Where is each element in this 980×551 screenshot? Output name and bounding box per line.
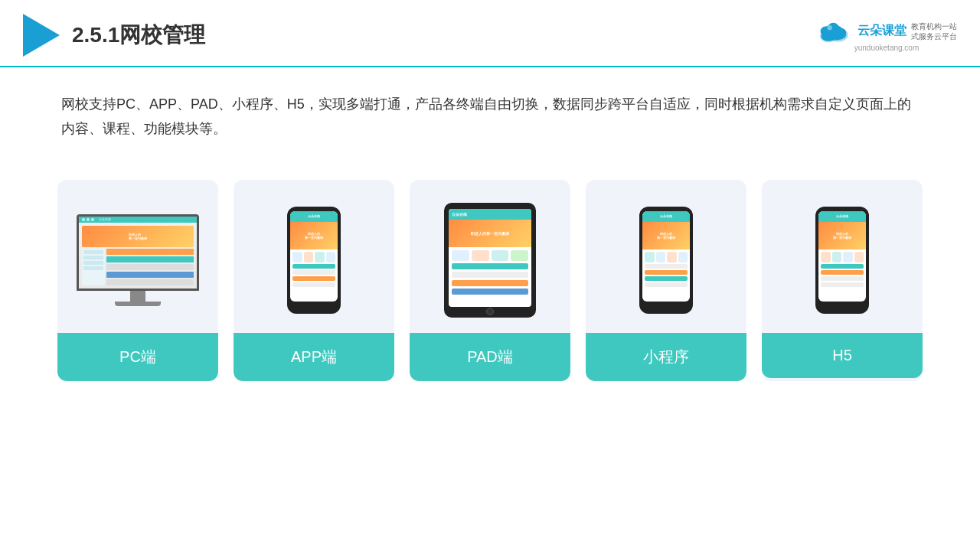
card-app-label: APP端 <box>234 333 394 381</box>
card-h5-image: 云朵在线 职进人的第一堂兴趣课 <box>762 180 923 333</box>
card-miniprogram-label: 小程序 <box>586 333 746 381</box>
card-app: 云朵在线 职进人的第一堂兴趣课 <box>234 180 394 381</box>
description: 网校支持PC、APP、PAD、小程序、H5，实现多端打通，产品各终端自由切换，数… <box>0 67 980 154</box>
page-title: 2.5.1网校管理 <box>72 21 205 50</box>
monitor-device: 云朵在线 职进人的第一堂兴趣课 <box>77 214 199 306</box>
card-pc: 云朵在线 职进人的第一堂兴趣课 <box>57 180 218 381</box>
card-h5: 云朵在线 职进人的第一堂兴趣课 <box>762 180 923 381</box>
description-text: 网校支持PC、APP、PAD、小程序、H5，实现多端打通，产品各终端自由切换，数… <box>61 92 919 142</box>
card-pad-label: PAD端 <box>410 333 570 381</box>
brand-area: 云朵课堂 教育机构一站 式服务云平台 yunduoketang.com <box>816 19 957 52</box>
brand-url: yunduoketang.com <box>854 44 920 52</box>
card-app-image: 云朵在线 职进人的第一堂兴趣课 <box>234 180 394 333</box>
logo-triangle-icon <box>23 14 60 57</box>
header: 2.5.1网校管理 云朵课堂 教育机构一站 式服务云平台 yu <box>0 0 980 67</box>
brand-slogan: 教育机构一站 式服务云平台 <box>911 21 957 41</box>
card-miniprogram-image: 云朵在线 职进人的第一堂兴趣课 <box>586 180 746 333</box>
cloud-icon <box>816 19 853 44</box>
brand-logo: 云朵课堂 教育机构一站 式服务云平台 <box>816 19 957 44</box>
phone-device-mini: 云朵在线 职进人的第一堂兴趣课 <box>639 207 693 314</box>
card-miniprogram: 云朵在线 职进人的第一堂兴趣课 <box>586 180 746 381</box>
phone-device-app: 云朵在线 职进人的第一堂兴趣课 <box>287 207 341 314</box>
monitor-screen: 云朵在线 职进人的第一堂兴趣课 <box>77 214 199 291</box>
brand-name: 云朵课堂 <box>858 23 906 39</box>
card-pc-label: PC端 <box>57 333 218 381</box>
tablet-device: 云朵在线 职进人的第一堂兴趣课 <box>444 203 536 318</box>
svg-point-9 <box>827 25 831 30</box>
cards-container: 云朵在线 职进人的第一堂兴趣课 <box>0 161 980 399</box>
phone-device-h5: 云朵在线 职进人的第一堂兴趣课 <box>815 207 869 314</box>
header-left: 2.5.1网校管理 <box>23 14 205 57</box>
card-pad: 云朵在线 职进人的第一堂兴趣课 <box>410 180 570 381</box>
card-h5-label: H5 <box>762 333 923 378</box>
card-pad-image: 云朵在线 职进人的第一堂兴趣课 <box>410 180 570 333</box>
card-pc-image: 云朵在线 职进人的第一堂兴趣课 <box>57 180 218 333</box>
